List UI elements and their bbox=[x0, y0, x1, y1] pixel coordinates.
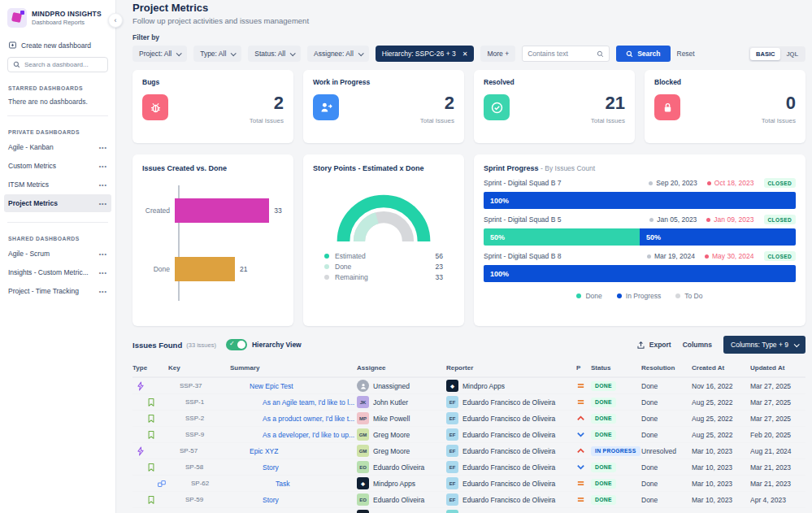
issue-summary-link[interactable]: New Epic Test bbox=[250, 382, 293, 390]
issue-table-row[interactable]: SP-57 Epic XYZ GM Greg Moore EF Eduardo … bbox=[132, 443, 805, 459]
column-header-assignee[interactable]: Assignee bbox=[357, 364, 446, 372]
dashboard-item-label: Custom Metrics bbox=[8, 162, 56, 170]
filter-dropdown[interactable]: Status: All bbox=[248, 46, 301, 62]
issue-table-row[interactable]: SP-62 Task ◆ Mindpro Apps EF Eduardo Fra… bbox=[132, 476, 805, 492]
chevron-down-icon bbox=[794, 341, 800, 347]
issue-table-row[interactable] bbox=[132, 508, 805, 513]
issue-table-row[interactable]: SSP-37 New Epic Test Unassigned ◆ Mindpr… bbox=[132, 378, 805, 394]
filter-row: Project: All Type: All Status: All Assig… bbox=[132, 46, 805, 62]
issue-table-row[interactable]: SSP-9 As a developer, I'd like to up... … bbox=[132, 427, 805, 443]
sprint-progress-bar[interactable]: 100% bbox=[484, 265, 796, 282]
column-header-updated-at[interactable]: Updated At bbox=[750, 364, 809, 372]
close-icon[interactable]: ✕ bbox=[462, 50, 468, 58]
column-header-resolution[interactable]: Resolution bbox=[641, 364, 692, 372]
bar-category-label: Done bbox=[142, 265, 175, 273]
sidebar-dashboard-item[interactable]: Project Metrics ••• bbox=[4, 194, 111, 212]
more-menu-icon[interactable]: ••• bbox=[99, 270, 107, 276]
search-button[interactable]: Search bbox=[616, 46, 670, 62]
dashboard-search[interactable] bbox=[7, 57, 108, 72]
contains-text-field[interactable] bbox=[522, 46, 610, 62]
summary-cards-row: Bugs 2 Total Issues Work in Progress 2 T… bbox=[132, 70, 805, 143]
column-header-status[interactable]: Status bbox=[591, 364, 641, 372]
sidebar-dashboard-item[interactable]: Custom Metrics ••• bbox=[4, 157, 111, 175]
summary-card-title: Work in Progress bbox=[313, 78, 454, 86]
filter-dropdown[interactable]: Assignee: All bbox=[307, 46, 369, 62]
summary-card-title: Bugs bbox=[142, 78, 284, 86]
column-header-reporter[interactable]: Reporter bbox=[446, 364, 576, 372]
sprint-progress-bar[interactable]: 50%50% bbox=[484, 228, 796, 246]
column-header-p[interactable]: P bbox=[576, 364, 591, 372]
sidebar-dashboard-item[interactable]: Project - Time Tracking ••• bbox=[4, 282, 111, 300]
legend-label: Done bbox=[335, 263, 436, 271]
reset-button[interactable]: Reset bbox=[677, 50, 695, 58]
column-header-key[interactable]: Key bbox=[168, 364, 230, 372]
more-menu-icon[interactable]: ••• bbox=[99, 163, 107, 169]
issue-assignee: ◆ Mindpro Apps bbox=[357, 477, 446, 489]
issue-table-row[interactable]: SSP-2 As a product owner, I'd like t... … bbox=[132, 411, 805, 427]
sidebar-dashboard-item[interactable]: Agile - Kanban ••• bbox=[4, 138, 111, 156]
columns-button[interactable]: Columns bbox=[683, 341, 712, 349]
create-dashboard-button[interactable]: Create new dashboard bbox=[8, 41, 108, 50]
mode-jql-button[interactable]: JQL bbox=[780, 48, 804, 60]
bar-value-label: 21 bbox=[240, 265, 247, 273]
hierarchy-filter-chip[interactable]: Hierarchy: SSPC-26 + 3 ✕ bbox=[376, 46, 475, 62]
issue-summary-link[interactable]: Story bbox=[263, 463, 279, 472]
gauge-legend-row: Estimated 56 bbox=[324, 252, 443, 260]
issue-summary-link[interactable]: As an Agile team, I'd like to l... bbox=[263, 398, 354, 406]
issue-summary-link[interactable]: Story bbox=[263, 496, 279, 504]
issue-updated-at: Mar 21, 2023 bbox=[750, 463, 809, 472]
columns-selector-label: Columns: Type + 9 bbox=[731, 341, 788, 349]
check-icon: ✓ bbox=[229, 340, 235, 347]
issue-table-row[interactable]: SP-59 Story EO Eduardo Oliveira EF Eduar… bbox=[132, 492, 805, 508]
bar[interactable] bbox=[175, 198, 269, 223]
mode-basic-button[interactable]: BASIC bbox=[750, 48, 780, 60]
legend-value: 23 bbox=[436, 263, 443, 271]
sidebar-collapse-button[interactable]: ‹ bbox=[108, 13, 123, 28]
more-menu-icon[interactable]: ••• bbox=[99, 201, 107, 207]
sidebar-dashboard-item[interactable]: Agile - Scrum ••• bbox=[4, 245, 111, 263]
dashboard-search-input[interactable] bbox=[24, 61, 102, 68]
more-menu-icon[interactable]: ••• bbox=[99, 182, 107, 188]
sidebar-dashboard-item[interactable]: Insights - Custom Metric... ••• bbox=[4, 263, 111, 281]
column-header-summary[interactable]: Summary bbox=[230, 364, 357, 372]
export-button[interactable]: Export bbox=[636, 341, 671, 350]
summary-card-caption: Total Issues bbox=[762, 117, 796, 124]
sprint-progress-bar[interactable]: 100% bbox=[484, 192, 796, 209]
issue-reporter: EF Eduardo Francisco de Oliveira bbox=[446, 428, 576, 441]
avatar: GM bbox=[357, 428, 369, 441]
sprint-progress-segment: 50% bbox=[484, 228, 640, 246]
column-header-type[interactable]: Type bbox=[132, 364, 168, 372]
more-menu-icon[interactable]: ••• bbox=[99, 251, 107, 257]
filter-dropdown[interactable]: Type: All bbox=[193, 46, 241, 62]
sidebar-dashboard-item[interactable]: ITSM Metrics ••• bbox=[4, 176, 111, 193]
start-dot-icon bbox=[649, 218, 654, 222]
issue-table-row[interactable]: SP-58 Story EO Eduardo Oliveira EF Eduar… bbox=[132, 459, 805, 476]
sprint-status-badge: CLOSED bbox=[764, 215, 797, 224]
dashboard-item-label: Agile - Scrum bbox=[8, 250, 50, 258]
issue-summary-link[interactable]: Task bbox=[276, 480, 289, 488]
reporter-name: Eduardo Francisco de Oliveira bbox=[462, 431, 555, 439]
hierarchy-view-toggle[interactable]: ✓ bbox=[226, 339, 247, 350]
issue-key: SSP-2 bbox=[168, 415, 230, 422]
issue-key: SP-58 bbox=[168, 463, 230, 471]
filter-dropdown[interactable]: Project: All bbox=[132, 46, 187, 62]
issue-table-row[interactable]: SSP-1 As an Agile team, I'd like to l...… bbox=[132, 394, 805, 411]
story-points-chart: Story Points - Estimated x Done Estimate… bbox=[303, 154, 464, 326]
column-header-created-at[interactable]: Created At bbox=[692, 364, 750, 372]
issue-assignee bbox=[357, 510, 446, 513]
sprint-start-date: Sep 20, 2023 bbox=[649, 179, 697, 187]
sprint-progress-segment: 50% bbox=[640, 228, 796, 246]
more-filters-button[interactable]: More + bbox=[480, 46, 515, 62]
issue-resolution: Done bbox=[641, 480, 692, 488]
bar[interactable] bbox=[175, 257, 235, 281]
contains-text-input[interactable] bbox=[528, 50, 593, 58]
columns-selector-button[interactable]: Columns: Type + 9 bbox=[723, 336, 805, 354]
assignee-name: Mindpro Apps bbox=[373, 480, 415, 488]
issue-summary-link[interactable]: Epic XYZ bbox=[250, 447, 278, 455]
issue-summary-link[interactable]: As a developer, I'd like to up... bbox=[263, 431, 354, 439]
issue-summary-link[interactable]: As a product owner, I'd like t... bbox=[263, 415, 354, 423]
more-menu-icon[interactable]: ••• bbox=[99, 145, 107, 150]
priority-high-icon bbox=[576, 446, 591, 455]
status-badge: DONE bbox=[591, 495, 616, 505]
more-menu-icon[interactable]: ••• bbox=[99, 289, 107, 294]
